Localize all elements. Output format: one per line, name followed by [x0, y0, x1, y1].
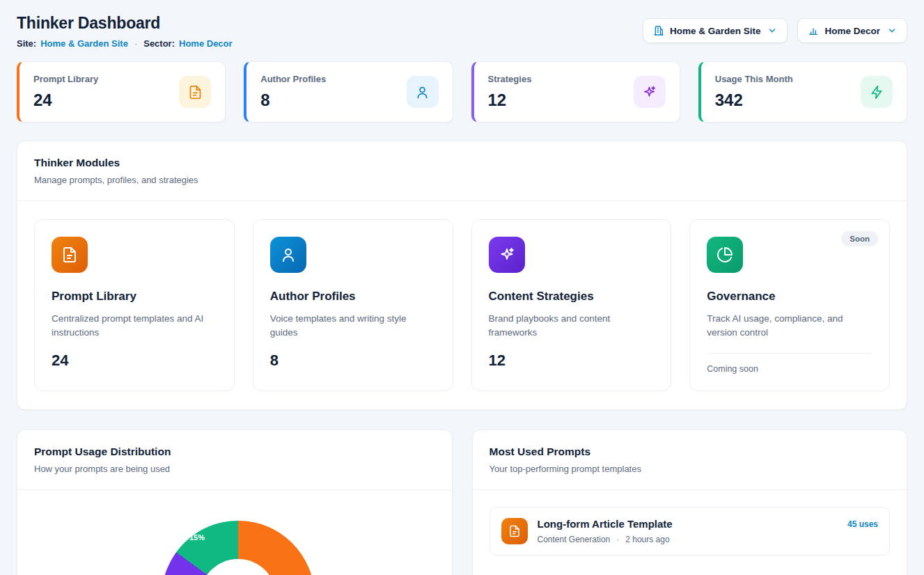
sector-label: Sector:: [143, 38, 175, 49]
chevron-down-icon: [767, 26, 777, 36]
donut-chart: 15%: [162, 521, 315, 575]
most-used-prompts-panel: Most Used Prompts Your top-performing pr…: [472, 430, 908, 575]
stat-card-author-profiles: Author Profiles 8: [244, 61, 453, 123]
prompt-title: Long-form Article Template: [538, 518, 673, 530]
stat-label: Usage This Month: [715, 74, 793, 84]
donut-hole: [200, 559, 276, 575]
site-selector-label: Home & Garden Site: [670, 26, 761, 36]
user-icon: [270, 237, 306, 273]
breadcrumb: Site: Home & Garden Site · Sector: Home …: [17, 38, 233, 49]
usage-panel-title: Prompt Usage Distribution: [34, 446, 435, 458]
topbar-actions: Home & Garden Site Home Decor: [643, 18, 907, 43]
sector-selector-dropdown[interactable]: Home Decor: [797, 18, 907, 43]
sparkle-star-icon: [489, 237, 525, 273]
topbar: Thinker Dashboard Site: Home & Garden Si…: [17, 14, 907, 49]
document-icon: [52, 237, 88, 273]
stat-info: Author Profiles 8: [260, 74, 326, 110]
sector-selector-label: Home Decor: [824, 26, 880, 36]
stat-value: 24: [33, 90, 98, 110]
module-title: Prompt Library: [52, 290, 217, 304]
most-used-panel-title: Most Used Prompts: [490, 446, 891, 458]
prompt-text: Long-form Article Template Content Gener…: [538, 518, 673, 544]
building-icon: [653, 25, 664, 36]
bar-chart-icon: [808, 25, 819, 36]
prompt-meta: Content Generation · 2 hours ago: [538, 535, 673, 544]
stat-value: 8: [260, 90, 326, 110]
soon-badge: Soon: [841, 231, 878, 246]
lightning-icon: [861, 76, 893, 108]
most-used-panel-header: Most Used Prompts Your top-performing pr…: [473, 430, 907, 489]
site-selector-dropdown[interactable]: Home & Garden Site: [643, 18, 788, 43]
modules-subtitle: Manage prompts, profiles, and strategies: [34, 175, 890, 185]
prompt-category: Content Generation: [538, 535, 611, 544]
stat-label: Author Profiles: [260, 74, 326, 84]
dashboard-page: Thinker Dashboard Site: Home & Garden Si…: [0, 0, 924, 575]
stat-label: Prompt Library: [33, 74, 98, 84]
module-title: Governance: [707, 290, 872, 304]
module-count: 24: [52, 352, 217, 370]
site-link[interactable]: Home & Garden Site: [40, 38, 128, 49]
thinker-modules-section: Thinker Modules Manage prompts, profiles…: [17, 141, 907, 410]
title-block: Thinker Dashboard Site: Home & Garden Si…: [17, 14, 233, 49]
stat-value: 12: [488, 90, 532, 110]
module-card-author-profiles[interactable]: Author Profiles Voice templates and writ…: [253, 219, 453, 391]
coming-soon-label: Coming soon: [707, 353, 872, 374]
modules-header: Thinker Modules Manage prompts, profiles…: [17, 141, 907, 200]
stat-card-strategies: Strategies 12: [471, 61, 680, 123]
module-title: Content Strategies: [489, 290, 655, 304]
module-title: Author Profiles: [270, 290, 436, 304]
modules-grid: Prompt Library Centralized prompt templa…: [17, 201, 907, 409]
prompt-list-item[interactable]: Long-form Article Template Content Gener…: [490, 507, 891, 556]
stat-card-usage: Usage This Month 342: [698, 61, 907, 123]
prompt-time: 2 hours ago: [625, 535, 669, 544]
usage-donut-chart: 15%: [17, 490, 452, 575]
stat-card-prompt-library: Prompt Library 24: [17, 61, 226, 123]
sector-link[interactable]: Home Decor: [179, 38, 233, 49]
document-icon: [501, 518, 528, 544]
module-card-governance[interactable]: Soon Governance Track AI usage, complian…: [689, 219, 890, 391]
prompt-uses-badge: 45 uses: [847, 519, 878, 529]
modules-title: Thinker Modules: [34, 157, 890, 169]
stat-label: Strategies: [488, 74, 532, 84]
module-card-prompt-library[interactable]: Prompt Library Centralized prompt templa…: [34, 219, 235, 391]
most-used-panel-subtitle: Your top-performing prompt templates: [490, 464, 891, 474]
module-description: Track AI usage, compliance, and version …: [707, 312, 872, 340]
sparkle-star-icon: [634, 76, 666, 108]
module-count: 12: [489, 352, 655, 370]
module-card-content-strategies[interactable]: Content Strategies Brand playbooks and c…: [471, 219, 672, 391]
page-title: Thinker Dashboard: [17, 14, 233, 33]
meta-separator: ·: [616, 535, 619, 544]
module-description: Centralized prompt templates and AI inst…: [52, 312, 217, 340]
stat-value: 342: [715, 90, 793, 110]
stats-row: Prompt Library 24 Author Profiles 8 Stra…: [17, 61, 907, 123]
module-description: Brand playbooks and content frameworks: [489, 312, 655, 340]
donut-segment-label: 15%: [189, 533, 205, 542]
stat-info: Strategies 12: [488, 74, 532, 110]
prompt-usage-panel: Prompt Usage Distribution How your promp…: [17, 430, 453, 575]
bottom-panels: Prompt Usage Distribution How your promp…: [17, 430, 907, 575]
chevron-down-icon: [887, 26, 897, 36]
breadcrumb-separator: ·: [134, 38, 137, 49]
prompt-list: Long-form Article Template Content Gener…: [473, 490, 907, 572]
site-label: Site:: [17, 38, 36, 49]
document-icon: [179, 76, 211, 108]
stat-info: Prompt Library 24: [33, 74, 98, 110]
usage-panel-header: Prompt Usage Distribution How your promp…: [17, 430, 452, 489]
usage-panel-subtitle: How your prompts are being used: [34, 464, 435, 474]
pie-chart-icon: [707, 237, 743, 273]
user-icon: [407, 76, 439, 108]
module-description: Voice templates and writing style guides: [270, 312, 436, 340]
stat-info: Usage This Month 342: [715, 74, 793, 110]
module-count: 8: [270, 352, 436, 370]
